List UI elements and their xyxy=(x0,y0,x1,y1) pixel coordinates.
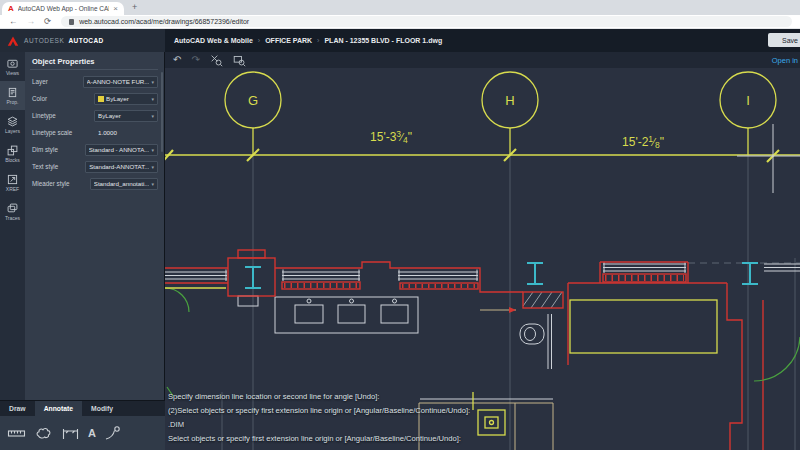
back-icon[interactable]: ← xyxy=(9,17,18,26)
property-row-color: Color ByLayer ▾ xyxy=(32,91,158,106)
tab-annotate[interactable]: Annotate xyxy=(35,401,82,416)
grid-bubble-label: H xyxy=(505,93,514,108)
command-line: .DIM xyxy=(168,418,638,432)
undo-icon[interactable]: ↶ xyxy=(173,55,181,65)
app-header: AUTODESK AUTOCAD AutoCAD Web & Mobile › … xyxy=(0,29,800,52)
command-prompt[interactable]: Select objects or specify first extensio… xyxy=(168,432,638,446)
sidebar-item-label: Layers xyxy=(5,128,20,134)
property-label: Linetype xyxy=(32,112,94,119)
breadcrumb-separator: › xyxy=(317,37,319,44)
dimension-tool-button[interactable] xyxy=(7,426,26,441)
color-swatch xyxy=(98,96,104,102)
dim-prefix: 15'-2 xyxy=(622,135,648,149)
breadcrumb: AutoCAD Web & Mobile › OFFICE PARK › PLA… xyxy=(165,29,800,52)
refresh-icon[interactable]: ⟳ xyxy=(44,17,51,26)
property-row-layer: Layer A-ANNO-NOTE FUR... ▾ xyxy=(32,74,158,89)
canvas-toolbar: ↶ ↷ xyxy=(165,52,800,68)
command-line: Specify dimension line location or secon… xyxy=(168,390,638,404)
xref-icon xyxy=(7,174,18,185)
zoom-selection-icon[interactable] xyxy=(210,54,223,67)
sidebar-item-label: XREF xyxy=(6,186,19,192)
linetype-scale-input[interactable]: 1.0000 xyxy=(94,127,158,139)
text-style-select[interactable]: Standard-ANNOTAT... ▾ xyxy=(85,161,158,173)
panel-title: Object Properties xyxy=(32,57,95,66)
command-line-history: Specify dimension line location or secon… xyxy=(168,390,638,446)
grid-bubble-label: I xyxy=(746,93,750,108)
linear-dimension-tool-button[interactable] xyxy=(61,426,80,441)
dimension-text: 15'-21⁄8" xyxy=(578,135,708,149)
dimension-icon xyxy=(7,426,26,441)
dim-suffix: " xyxy=(408,130,412,144)
property-row-dim-style: Dim style Standard - ANNOTA... ▾ xyxy=(32,142,158,157)
chevron-down-icon: ▾ xyxy=(151,79,154,85)
sidebar-item-blocks[interactable]: Blocks xyxy=(0,139,25,168)
browser-tab[interactable]: A AutoCAD Web App - Online CAD × xyxy=(2,2,124,15)
left-rail: Views Prop. Layers Blocks XREF xyxy=(0,52,25,400)
layer-select[interactable]: A-ANNO-NOTE FUR... ▾ xyxy=(83,76,158,88)
revision-cloud-tool-button[interactable] xyxy=(34,426,53,441)
mleader-style-select[interactable]: Standard_annotati... ▾ xyxy=(90,178,158,190)
chevron-down-icon: ▾ xyxy=(151,181,154,187)
linetype-select[interactable]: ByLayer ▾ xyxy=(94,110,158,122)
color-select[interactable]: ByLayer ▾ xyxy=(94,93,158,105)
linear-dimension-icon xyxy=(61,426,80,441)
breadcrumb-item-current: PLAN - 12355 BLVD - FLOOR 1.dwg xyxy=(324,37,442,44)
forward-icon[interactable]: → xyxy=(27,17,36,26)
tab-close-icon[interactable]: × xyxy=(113,4,118,13)
dimension-text: 15'-33⁄4" xyxy=(326,130,456,144)
layers-icon xyxy=(7,116,18,127)
property-value: Standard_annotati... xyxy=(94,180,150,187)
property-value: ByLayer xyxy=(98,112,149,119)
sidebar-item-properties[interactable]: Prop. xyxy=(0,81,25,110)
dim-suffix: " xyxy=(660,135,664,149)
sidebar-item-traces[interactable]: Traces xyxy=(0,197,25,226)
new-tab-button[interactable]: + xyxy=(132,2,137,12)
dim-numerator: 3 xyxy=(396,129,401,139)
hatch-pattern xyxy=(523,292,562,308)
tab-draw[interactable]: Draw xyxy=(0,401,35,416)
redo-icon[interactable]: ↷ xyxy=(191,55,199,65)
dim-denominator: 4 xyxy=(403,135,408,145)
save-button[interactable]: Save xyxy=(768,33,800,47)
ribbon-tab-bar: Draw Annotate Modify xyxy=(0,400,165,416)
properties-icon xyxy=(7,87,18,98)
brand-autocad: AUTOCAD xyxy=(68,37,103,44)
property-value: A-ANNO-NOTE FUR... xyxy=(87,78,150,85)
property-label: Text style xyxy=(32,163,85,170)
breadcrumb-item[interactable]: AutoCAD Web & Mobile xyxy=(174,37,253,44)
properties-panel: Object Properties Layer A-ANNO-NOTE FUR.… xyxy=(25,52,165,400)
annotation-geometry xyxy=(165,72,800,435)
leader-tool-button[interactable] xyxy=(104,426,123,441)
property-row-text-style: Text style Standard-ANNOTAT... ▾ xyxy=(32,159,158,174)
breadcrumb-item[interactable]: OFFICE PARK xyxy=(265,37,312,44)
text-tool-button[interactable]: A xyxy=(88,428,96,439)
tools-row: A xyxy=(0,416,165,450)
dim-style-select[interactable]: Standard - ANNOTA... ▾ xyxy=(85,144,158,156)
dim-prefix: 15'-3 xyxy=(370,130,396,144)
sidebar-item-label: Traces xyxy=(5,215,20,221)
zoom-window-icon[interactable] xyxy=(233,54,246,67)
url-field[interactable]: web.autocad.com/acad/me/drawings/6685723… xyxy=(61,16,792,27)
sidebar-item-layers[interactable]: Layers xyxy=(0,110,25,139)
highlighted-room-rect xyxy=(570,300,717,353)
traces-icon xyxy=(7,203,18,214)
crosshair-cursor xyxy=(737,124,800,193)
browser-tab-bar: A AutoCAD Web App - Online CAD × + xyxy=(0,0,800,15)
tab-title: AutoCAD Web App - Online CAD xyxy=(18,5,110,12)
property-value: 1.0000 xyxy=(98,129,154,136)
autodesk-logo-icon xyxy=(6,34,20,48)
address-bar: ← → ⟳ web.autocad.com/acad/me/drawings/6… xyxy=(0,15,800,29)
leader-icon xyxy=(104,426,123,441)
open-in-link[interactable]: Open in xyxy=(772,56,798,65)
sidebar-item-views[interactable]: Views xyxy=(0,52,25,81)
property-label: Linetype scale xyxy=(32,129,94,136)
toilet-fixture xyxy=(520,324,544,344)
breadcrumb-separator: › xyxy=(258,37,260,44)
tab-modify[interactable]: Modify xyxy=(82,401,122,416)
app-window: A AutoCAD Web App - Online CAD × + ← → ⟳… xyxy=(0,0,800,450)
grid-bubble-label: G xyxy=(248,93,258,108)
sidebar-item-xref[interactable]: XREF xyxy=(0,168,25,197)
sidebar-item-label: Prop. xyxy=(7,99,19,105)
panel-scrollbar[interactable] xyxy=(161,72,163,152)
chevron-down-icon: ▾ xyxy=(151,113,154,119)
